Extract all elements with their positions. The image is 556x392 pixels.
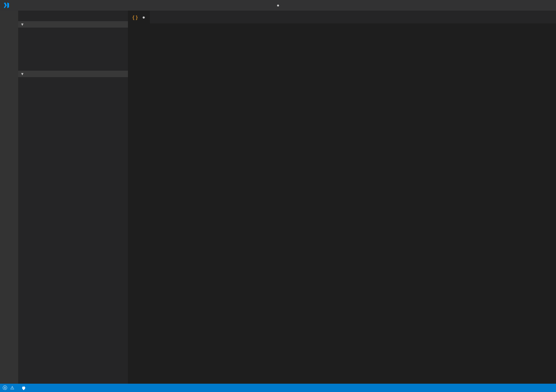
activity-bar <box>0 11 18 384</box>
editor-content[interactable] <box>146 23 556 384</box>
vscode-logo-icon <box>0 0 13 11</box>
chevron-down-icon: ▼ <box>20 72 24 76</box>
section-header-deployed-apps[interactable]: ▼ <box>18 21 128 28</box>
side-bar: ▼ ▼ <box>18 11 128 384</box>
plug-icon <box>21 386 26 390</box>
warning-icon: ⚠ <box>10 385 14 390</box>
editor-group: { } ● <box>128 11 556 384</box>
dirty-indicator-icon: ● <box>142 14 145 20</box>
sidebar-title <box>18 11 128 21</box>
tree-app-specifications <box>18 77 128 79</box>
status-errors[interactable]: ⓧ ⚠ <box>0 384 19 392</box>
code-editor[interactable] <box>128 23 556 384</box>
tab-swagger-json[interactable]: { } ● <box>128 11 150 23</box>
status-bar: ⓧ ⚠ <box>0 384 556 392</box>
chevron-down-icon: ▼ <box>20 22 24 26</box>
error-icon: ⓧ <box>3 385 7 391</box>
line-number-gutter <box>128 23 146 384</box>
window-title <box>0 3 556 8</box>
json-braces-icon: { } <box>132 14 138 20</box>
editor-tabs: { } ● <box>128 11 556 23</box>
title-bar <box>0 0 556 11</box>
status-connection[interactable] <box>19 384 30 392</box>
section-header-app-specifications[interactable]: ▼ <box>18 71 128 77</box>
